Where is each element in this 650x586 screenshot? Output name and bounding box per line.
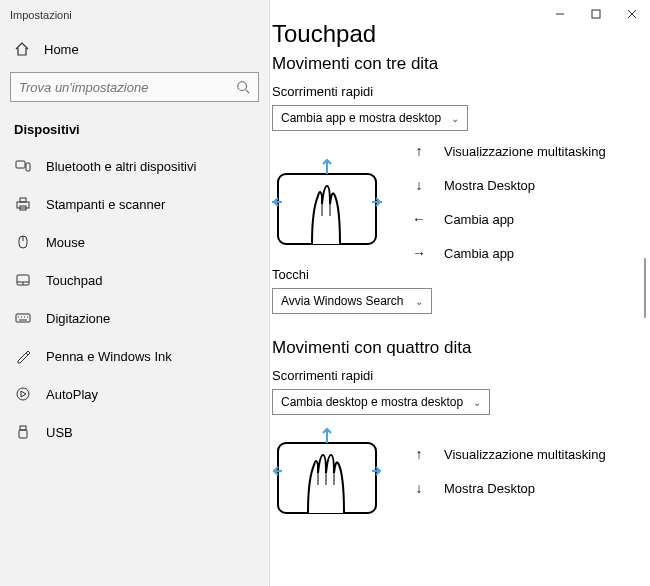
home-label: Home xyxy=(44,42,79,57)
gesture-row: ↑Visualizzazione multitasking xyxy=(412,446,606,462)
svg-rect-19 xyxy=(20,426,26,430)
chevron-down-icon: ⌄ xyxy=(415,296,423,307)
gesture-label: Visualizzazione multitasking xyxy=(444,144,606,159)
three-gesture-list: ↑Visualizzazione multitasking ↓Mostra De… xyxy=(412,143,606,261)
three-gesture-block: ↑Visualizzazione multitasking ↓Mostra De… xyxy=(272,143,648,261)
page-title: Touchpad xyxy=(272,20,648,48)
nav-label: AutoPlay xyxy=(46,387,98,402)
sidebar-item-usb[interactable]: USB xyxy=(0,413,269,451)
svg-point-0 xyxy=(238,82,247,91)
svg-rect-20 xyxy=(19,430,27,438)
main-panel: Touchpad Movimenti con tre dita Scorrime… xyxy=(270,0,650,586)
svg-rect-3 xyxy=(26,163,30,171)
gesture-row: ↓Mostra Desktop xyxy=(412,480,606,496)
gesture-row: ↓Mostra Desktop xyxy=(412,177,606,193)
four-gesture-list: ↑Visualizzazione multitasking ↓Mostra De… xyxy=(412,446,606,496)
four-swipes-dropdown[interactable]: Cambia desktop e mostra desktop ⌄ xyxy=(272,389,490,415)
search-box[interactable] xyxy=(10,72,259,102)
taps-label: Tocchi xyxy=(272,267,648,282)
pen-icon xyxy=(14,348,32,364)
sidebar-item-bluetooth[interactable]: Bluetooth e altri dispositivi xyxy=(0,147,269,185)
svg-rect-4 xyxy=(17,202,29,208)
sidebar-item-autoplay[interactable]: AutoPlay xyxy=(0,375,269,413)
chevron-down-icon: ⌄ xyxy=(451,113,459,124)
devices-icon xyxy=(14,158,32,174)
gesture-label: Cambia app xyxy=(444,212,514,227)
usb-icon xyxy=(14,424,32,440)
nav-label: USB xyxy=(46,425,73,440)
gesture-label: Mostra Desktop xyxy=(444,481,535,496)
svg-line-1 xyxy=(246,90,250,94)
nav-label: Mouse xyxy=(46,235,85,250)
arrow-up-icon: ↑ xyxy=(412,446,426,462)
gesture-row: ←Cambia app xyxy=(412,211,606,227)
arrow-right-icon: → xyxy=(412,245,426,261)
nav-list: Bluetooth e altri dispositivi Stampanti … xyxy=(0,147,269,451)
nav-label: Bluetooth e altri dispositivi xyxy=(46,159,196,174)
touchpad-illustration xyxy=(272,158,382,246)
four-gesture-block: ↑Visualizzazione multitasking ↓Mostra De… xyxy=(272,427,648,515)
gesture-row: ↑Visualizzazione multitasking xyxy=(412,143,606,159)
sidebar-item-pen[interactable]: Penna e Windows Ink xyxy=(0,337,269,375)
home-nav[interactable]: Home xyxy=(0,30,269,68)
category-label: Dispositivi xyxy=(0,112,269,147)
dropdown-value: Cambia desktop e mostra desktop xyxy=(281,395,463,409)
sidebar-item-mouse[interactable]: Mouse xyxy=(0,223,269,261)
gesture-label: Mostra Desktop xyxy=(444,178,535,193)
sidebar-item-typing[interactable]: Digitazione xyxy=(0,299,269,337)
scrollbar-thumb[interactable] xyxy=(644,258,646,318)
three-finger-heading: Movimenti con tre dita xyxy=(272,54,648,74)
sidebar: Impostazioni Home Dispositivi Bluetooth … xyxy=(0,0,270,586)
dropdown-value: Avvia Windows Search xyxy=(281,294,404,308)
arrow-down-icon: ↓ xyxy=(412,480,426,496)
nav-label: Stampanti e scanner xyxy=(46,197,165,212)
autoplay-icon xyxy=(14,386,32,402)
sidebar-item-touchpad[interactable]: Touchpad xyxy=(0,261,269,299)
arrow-down-icon: ↓ xyxy=(412,177,426,193)
touchpad-illustration xyxy=(272,427,382,515)
search-icon xyxy=(236,80,250,94)
sidebar-item-printers[interactable]: Stampanti e scanner xyxy=(0,185,269,223)
svg-rect-2 xyxy=(16,161,25,168)
home-icon xyxy=(14,41,30,57)
svg-rect-5 xyxy=(20,198,26,202)
three-taps-dropdown[interactable]: Avvia Windows Search ⌄ xyxy=(272,288,432,314)
nav-label: Touchpad xyxy=(46,273,102,288)
touchpad-icon xyxy=(14,272,32,288)
nav-label: Digitazione xyxy=(46,311,110,326)
chevron-down-icon: ⌄ xyxy=(473,397,481,408)
gesture-row: →Cambia app xyxy=(412,245,606,261)
arrow-left-icon: ← xyxy=(412,211,426,227)
svg-point-18 xyxy=(17,388,29,400)
dropdown-value: Cambia app e mostra desktop xyxy=(281,111,441,125)
four-finger-heading: Movimenti con quattro dita xyxy=(272,338,648,358)
gesture-label: Cambia app xyxy=(444,246,514,261)
svg-rect-12 xyxy=(16,314,30,322)
arrow-up-icon: ↑ xyxy=(412,143,426,159)
printer-icon xyxy=(14,196,32,212)
window-title: Impostazioni xyxy=(0,0,269,30)
content-area: Touchpad Movimenti con tre dita Scorrime… xyxy=(270,0,650,586)
swipes-label-four: Scorrimenti rapidi xyxy=(272,368,648,383)
keyboard-icon xyxy=(14,310,32,326)
swipes-label: Scorrimenti rapidi xyxy=(272,84,648,99)
search-input[interactable] xyxy=(19,80,236,95)
nav-label: Penna e Windows Ink xyxy=(46,349,172,364)
three-swipes-dropdown[interactable]: Cambia app e mostra desktop ⌄ xyxy=(272,105,468,131)
mouse-icon xyxy=(14,234,32,250)
gesture-label: Visualizzazione multitasking xyxy=(444,447,606,462)
